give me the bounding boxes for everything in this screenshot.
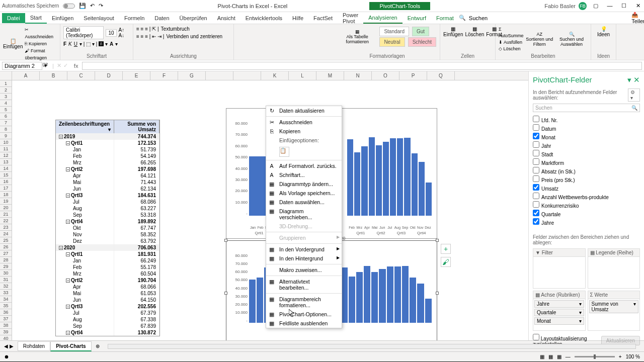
pivot-header-rows[interactable]: Zeilenbeschriftungen ▾ (56, 120, 114, 133)
cut-button[interactable]: ✂ Ausschneiden (25, 26, 57, 40)
context-menu-item[interactable]: ↻Daten aktualisieren (266, 106, 342, 115)
values-area[interactable]: Σ Werte Summe von Umsatz▾ (588, 291, 640, 331)
filter-area[interactable]: ▼ Filter (533, 248, 586, 289)
name-box[interactable] (2, 62, 42, 70)
tab-review[interactable]: Überprüfen (175, 13, 212, 23)
sheet-tab-pivotcharts[interactable]: Pivot-Charts (50, 341, 91, 351)
tab-factset[interactable]: FactSet (308, 13, 338, 23)
find-select-button[interactable]: 🔍Suchen und Auswählen (555, 32, 588, 47)
field-checkbox[interactable]: Preis (pro Stk.) (533, 175, 640, 184)
context-menu-item[interactable]: Einfügeoptionen: (266, 136, 342, 145)
zoom-slider[interactable] (575, 356, 615, 357)
tab-view[interactable]: Ansicht (212, 13, 240, 23)
autosave-toggle[interactable] (63, 4, 75, 9)
context-menu-item[interactable]: Makro zuweisen... (266, 265, 342, 275)
undo-icon[interactable]: ↶ (90, 3, 95, 9)
maximize-icon[interactable]: ☐ (620, 3, 628, 9)
chart-styles-button[interactable]: 🖌 (441, 257, 451, 267)
field-checkbox[interactable]: Umsatz (533, 184, 640, 192)
paste-button[interactable]: 📋Einfügen (3, 38, 23, 49)
fields-pane-dropdown[interactable]: ▾ (627, 75, 631, 84)
delete-cells-button[interactable]: ▦Löschen (465, 26, 484, 37)
user-avatar[interactable]: FB (579, 2, 587, 10)
field-checkbox[interactable]: Marktform (533, 158, 640, 166)
minimize-icon[interactable]: — (606, 3, 614, 9)
page-layout-icon[interactable]: ▦ (548, 354, 553, 359)
insert-cells-button[interactable]: ▦Einfügen (443, 26, 463, 37)
ideas-button[interactable]: 💡Ideen (594, 26, 613, 37)
horizontal-scrollbar[interactable] (108, 344, 636, 349)
field-checkbox[interactable]: Quartale (533, 209, 640, 218)
normal-view-icon[interactable]: ▦ (540, 354, 544, 359)
tab-pagelayout[interactable]: Seitenlayout (78, 13, 119, 23)
chart-elements-button[interactable]: + (441, 244, 451, 254)
formula-input[interactable] (82, 62, 642, 70)
context-menu-item[interactable]: ▦PivotChart-Optionen... (266, 310, 342, 319)
context-menu-item[interactable]: ▦In den Vordergrund▶ (266, 245, 342, 254)
share-button[interactable]: 📤 Teilen (631, 12, 644, 24)
context-menu-item[interactable]: ▦Diagrammbereich formatieren... (266, 295, 342, 310)
tab-data[interactable]: Daten (149, 13, 174, 23)
redo-icon[interactable]: ↷ (99, 3, 103, 9)
page-break-icon[interactable]: ▦ (557, 354, 561, 359)
tab-design[interactable]: Entwurf (403, 13, 431, 23)
field-checkbox[interactable]: Absatz (in Stk.) (533, 166, 640, 175)
field-checkbox[interactable]: Anzahl Wettbewerbs-produkte (533, 192, 640, 201)
tab-start[interactable]: Start (25, 13, 47, 24)
fields-search-input[interactable]: Suchen🔍 (533, 104, 640, 112)
field-checkbox[interactable]: Jahre (533, 218, 640, 226)
context-menu-item[interactable]: AAuf Formatvorl. zurücks. (266, 161, 342, 170)
close-icon[interactable]: ✕ (634, 3, 642, 9)
context-menu-item[interactable]: ▦Als Vorlage speichern... (266, 189, 342, 198)
context-menu-item[interactable]: ▦Diagrammtyp ändern... (266, 179, 342, 189)
context-menu-item[interactable]: ▦Feldliste ausblenden (266, 319, 342, 328)
field-checkbox[interactable]: Jahr (533, 141, 640, 149)
sheet-tab-rohdaten[interactable]: Rohdaten (18, 341, 50, 351)
axis-area[interactable]: ▦ Achse (Rubriken) Jahre▾Quartale▾Monat▾ (533, 291, 586, 331)
tab-insert[interactable]: Einfügen (47, 13, 78, 23)
style-bad[interactable]: Schlecht (408, 37, 436, 47)
tab-file[interactable]: Datei (2, 13, 25, 23)
context-menu-item[interactable]: ASchriftart... (266, 170, 342, 179)
field-checkbox[interactable]: Stadt (533, 149, 640, 158)
context-menu-item[interactable]: ⎘Kopieren (266, 127, 342, 136)
fx-icon[interactable]: fx (74, 63, 78, 69)
tab-powerpivot[interactable]: Power Pivot (338, 10, 363, 26)
save-icon[interactable]: 💾 (79, 3, 86, 9)
context-menu-item[interactable]: ▦Alternativtext bearbeiten... (266, 277, 342, 292)
context-menu-item[interactable]: ✂Ausschneiden (266, 118, 342, 127)
field-checkbox[interactable]: Lfd. Nr. (533, 115, 640, 124)
record-macro-icon[interactable]: ⏺ (4, 354, 9, 359)
new-sheet-button[interactable]: ⊕ (96, 343, 100, 349)
context-menu-item[interactable]: ▦Daten auswählen... (266, 198, 342, 207)
ribbon-display-icon[interactable]: ▢ (592, 3, 600, 9)
tab-developer[interactable]: Entwicklertools (240, 13, 287, 23)
gear-icon[interactable]: ⚙ ▾ (628, 88, 640, 102)
font-name-select[interactable]: Calibri (Textkörper) (63, 26, 104, 39)
sort-filter-button[interactable]: AZSortieren und Filtern (526, 32, 553, 47)
tab-analyze[interactable]: Analysieren (363, 13, 402, 24)
enter-formula-icon[interactable]: ✓ (63, 62, 68, 69)
context-menu-item[interactable]: ▦Diagramm verschieben... (266, 207, 342, 222)
worksheet[interactable]: ABCDEFGKLMNOPQ 1234567891011121314151617… (0, 71, 528, 340)
field-checkbox[interactable]: Konkurrenzrisiko (533, 201, 640, 209)
copy-button[interactable]: ⎘ Kopieren (25, 40, 57, 47)
tab-formulas[interactable]: Formeln (119, 13, 149, 23)
zoom-level[interactable]: 100 % (626, 354, 640, 359)
tab-format[interactable]: Format (431, 13, 459, 23)
tab-help[interactable]: Hilfe (287, 13, 308, 23)
legend-area[interactable]: ▦ Legende (Reihe) (588, 248, 640, 289)
pivot-table[interactable]: Zeilenbeschriftungen ▾ Summe von Umsatz … (55, 120, 160, 336)
search-label[interactable]: Suchen (469, 15, 488, 21)
format-painter-button[interactable]: 🖌 Format übertragen (25, 47, 57, 61)
context-menu-item[interactable]: ▦In den Hintergrund▶ (266, 254, 342, 263)
font-size-select[interactable]: 10 (106, 29, 116, 37)
fields-pane-close-icon[interactable]: ✕ (633, 75, 640, 84)
cancel-formula-icon[interactable]: ✕ (57, 62, 61, 69)
style-good[interactable]: Gut (412, 27, 429, 36)
style-neutral[interactable]: Neutral (379, 37, 405, 47)
style-standard[interactable]: Standard (379, 27, 409, 36)
format-as-table-button[interactable]: ▦Als Tabelle formatieren (338, 29, 377, 44)
field-checkbox[interactable]: Datum (533, 124, 640, 132)
field-checkbox[interactable]: Monat (533, 132, 640, 141)
